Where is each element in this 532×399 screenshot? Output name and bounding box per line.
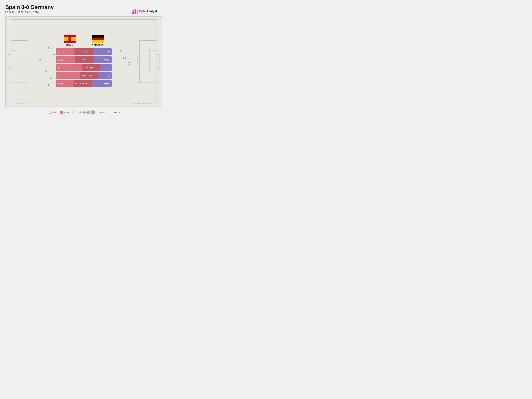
- shot-dot-0: [119, 50, 121, 52]
- stat-away-value: 0: [93, 48, 112, 55]
- stat-home-value: 4: [56, 72, 80, 79]
- goal-label: Goal: [64, 111, 69, 114]
- shot-dot-1: [53, 54, 55, 56]
- shot-dot-1: [123, 57, 126, 59]
- germany-flag: [92, 35, 104, 43]
- opta-logo-icon: [131, 8, 138, 14]
- stat-away-value: 53%: [92, 80, 112, 87]
- legend: Shot Goal Low xG High xG: [5, 109, 162, 116]
- shot-label: Shot: [52, 111, 56, 114]
- xg-labels: Low xG High xG: [99, 111, 120, 114]
- stat-away-value: 2: [98, 72, 112, 79]
- xg-dot-2: [80, 111, 82, 113]
- spain-shots-label: SPAIN SHOTS: [13, 103, 28, 105]
- legend-divider: [73, 110, 74, 114]
- shot-dot-5: [50, 77, 52, 79]
- svg-rect-8: [11, 41, 28, 83]
- xg-dot-3: [83, 111, 86, 114]
- xg-dot-5: [91, 110, 95, 114]
- stat-label: xG: [75, 56, 94, 63]
- shot-dot-0: [48, 47, 51, 49]
- svg-rect-3: [137, 10, 138, 14]
- shot-dot-6: [48, 84, 51, 86]
- legend-shot: Shot: [48, 111, 56, 114]
- legend-goal: Goal: [60, 111, 69, 114]
- svg-rect-10: [8, 55, 11, 69]
- germany-info: GERMANY: [92, 35, 104, 46]
- logo-text: Opta Analyst: [139, 9, 157, 13]
- svg-rect-9: [11, 51, 18, 73]
- goal-circle-icon: [60, 111, 63, 114]
- stat-away-value: 0.27: [94, 56, 112, 63]
- pitch: E SPAIN GERMANY 0GOALS0: [5, 16, 162, 107]
- germany-shots-label: GERMANY SHOTS: [135, 103, 154, 105]
- stat-row-xg: 0.29xG0.27: [56, 56, 112, 63]
- svg-rect-0: [132, 12, 133, 14]
- shot-dot-7: [39, 59, 41, 60]
- svg-rect-2: [135, 9, 136, 14]
- shot-dot-2: [128, 62, 130, 65]
- stat-row-shots: 8SHOTS3: [56, 64, 112, 71]
- spain-flag: E: [64, 35, 76, 43]
- logo: Opta Analyst: [131, 8, 157, 14]
- center-panel: E SPAIN GERMANY 0GOALS0: [56, 35, 112, 88]
- teams-row: E SPAIN GERMANY: [56, 35, 112, 46]
- xg-dot-4: [86, 111, 90, 114]
- stat-home-value: 47%: [56, 80, 74, 87]
- stat-label: ON TARGET: [80, 72, 98, 79]
- stat-home-value: 0.29: [56, 56, 75, 63]
- svg-rect-12: [149, 51, 157, 73]
- shot-dot-4: [45, 70, 47, 72]
- shot-circle-icon: [48, 111, 51, 114]
- svg-rect-11: [139, 41, 157, 83]
- svg-rect-13: [157, 55, 159, 69]
- stat-away-value: 3: [101, 64, 112, 71]
- low-xg-label: Low xG: [99, 111, 105, 114]
- stat-label: POSSESSION: [74, 80, 92, 87]
- stat-row-on-target: 4ON TARGET2: [56, 72, 112, 79]
- xg-dot-1: [78, 112, 80, 113]
- xg-dots: [78, 110, 95, 114]
- high-xg-label: High xG: [114, 111, 120, 114]
- stat-row-possession: 47%POSSESSION53%: [56, 80, 112, 87]
- stat-home-value: 8: [56, 64, 82, 71]
- stat-label: SHOTS: [82, 64, 101, 71]
- spain-name: SPAIN: [66, 44, 73, 46]
- stats-container: 0GOALS00.29xG0.278SHOTS34ON TARGET247%PO…: [56, 48, 112, 88]
- stat-home-value: 0: [56, 48, 75, 55]
- shot-dot-2: [50, 62, 52, 63]
- legend-xg: [78, 110, 95, 114]
- stat-row-goals: 0GOALS0: [56, 48, 112, 55]
- stat-label: GOALS: [75, 48, 93, 55]
- germany-name: GERMANY: [92, 44, 104, 46]
- spain-info: E SPAIN: [64, 35, 76, 46]
- svg-rect-1: [133, 10, 134, 14]
